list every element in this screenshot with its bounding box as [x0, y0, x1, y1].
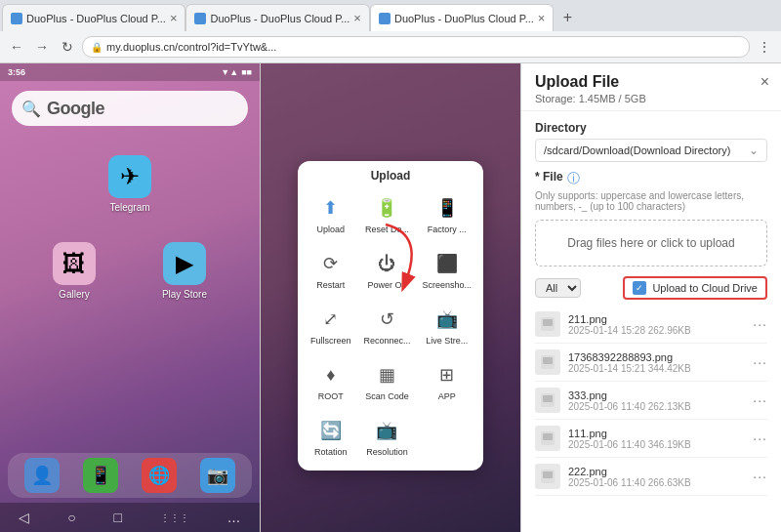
- resolution-icon: 📺: [373, 417, 400, 444]
- file-meta: 2025-01-06 11:40 346.19KB: [568, 439, 745, 450]
- tab-1[interactable]: DuoPlus - DuoPlus Cloud P... ×: [2, 4, 185, 31]
- file-row[interactable]: 111.png 2025-01-06 11:40 346.19KB ···: [535, 420, 767, 458]
- tab-close-3[interactable]: ×: [538, 12, 546, 24]
- storage-info: Storage: 1.45MB / 5GB: [535, 93, 767, 104]
- file-help-icon[interactable]: ⓘ: [567, 170, 580, 187]
- file-more-button[interactable]: ···: [753, 354, 767, 370]
- address-bar[interactable]: 🔒 my.duoplus.cn/control?id=TvYtw&...: [82, 36, 750, 58]
- menu-item-factory[interactable]: 📱 Factory ...: [418, 188, 475, 240]
- tab-title-3: DuoPlus - DuoPlus Cloud P...: [394, 13, 534, 24]
- screenshot-icon: ⬛: [433, 250, 461, 277]
- recents-nav-icon[interactable]: □: [114, 510, 122, 525]
- file-row[interactable]: 333.png 2025-01-06 11:40 262.13KB ···: [535, 382, 767, 420]
- file-thumbnail: [535, 388, 560, 413]
- home-nav-icon[interactable]: ○: [67, 510, 75, 525]
- menu-item-rotation[interactable]: 🔄 Rotation: [306, 411, 355, 463]
- refresh-button[interactable]: ↻: [57, 36, 78, 58]
- menu-item-fullscreen[interactable]: ⤢ Fullscreen: [306, 300, 355, 351]
- gallery-icon: 🖼: [53, 242, 96, 285]
- file-row[interactable]: 17368392288893.png 2025-01-14 15:21 344.…: [535, 344, 767, 382]
- screenshot-item-label: Screensho...: [422, 280, 472, 290]
- restart-item-label: Restart: [316, 280, 345, 290]
- poweroff-item-label: Power Off: [368, 280, 407, 290]
- android-app-telegram[interactable]: ✈ Telegram: [108, 155, 151, 213]
- reset-item-label: Reset De...: [365, 225, 409, 234]
- tab-title-2: DuoPlus - DuoPlus Cloud P...: [210, 13, 349, 24]
- back-button[interactable]: ←: [6, 36, 27, 58]
- resolution-item-label: Resolution: [366, 447, 408, 457]
- tab-3[interactable]: DuoPlus - DuoPlus Cloud P... ×: [370, 4, 554, 31]
- file-name: 17368392288893.png: [568, 351, 745, 363]
- menu-item-resolution[interactable]: 📺 Resolution: [359, 411, 414, 463]
- toolbar: ← → ↻ 🔒 my.duoplus.cn/control?id=TvYtw&.…: [0, 31, 781, 62]
- telegram-icon: ✈: [108, 155, 151, 198]
- google-logo: Google: [47, 99, 104, 119]
- browser-chrome: DuoPlus - DuoPlus Cloud P... × DuoPlus -…: [0, 0, 781, 63]
- menu-item-poweroff[interactable]: ⏻ Power Off: [359, 244, 414, 296]
- file-hint-text: Only supports: uppercase and lowercase l…: [535, 190, 767, 212]
- svg-rect-6: [543, 395, 553, 402]
- upload-dialog-title: Upload File: [535, 73, 767, 91]
- file-info: 211.png 2025-01-14 15:28 262.96KB: [568, 313, 745, 336]
- dock-icon-camera[interactable]: 📷: [200, 458, 235, 493]
- tab-close-2[interactable]: ×: [353, 12, 361, 24]
- reconnect-icon: ↺: [373, 306, 400, 333]
- battery-icon: ■■: [241, 67, 252, 77]
- drop-zone-text: Drag files here or click to upload: [567, 236, 734, 250]
- address-text: my.duoplus.cn/control?id=TvYtw&...: [106, 41, 276, 53]
- file-row[interactable]: 211.png 2025-01-14 15:28 262.96KB ···: [535, 306, 767, 344]
- android-navbar: ◁ ○ □ ⋮⋮⋮ …: [0, 503, 260, 532]
- more-nav-icon[interactable]: …: [227, 510, 241, 525]
- cloud-drive-checkbox[interactable]: ✓: [633, 281, 646, 295]
- menu-item-root[interactable]: ♦ ROOT: [306, 355, 355, 407]
- svg-rect-10: [543, 471, 553, 478]
- menu-item-reset[interactable]: 🔋 Reset De...: [359, 188, 414, 240]
- livestream-item-label: Live Stre...: [426, 336, 468, 346]
- menu-item-screenshot[interactable]: ⬛ Screensho...: [418, 244, 475, 296]
- menu-item-livestream[interactable]: 📺 Live Stre...: [418, 300, 475, 351]
- drop-zone[interactable]: Drag files here or click to upload: [535, 220, 767, 266]
- upload-context-menu: Upload ⬆ Upload 🔋 Reset De... 📱 Factory …: [298, 161, 483, 471]
- android-app-gallery[interactable]: 🖼 Gallery: [53, 242, 96, 300]
- new-tab-button[interactable]: +: [554, 4, 581, 31]
- cloud-drive-checkbox-row: ✓ Upload to Cloud Drive: [623, 276, 767, 300]
- file-thumbnail: [535, 464, 560, 489]
- playstore-label: Play Store: [162, 289, 207, 300]
- rotation-item-label: Rotation: [314, 447, 348, 457]
- dock-icon-browser[interactable]: 🌐: [142, 458, 177, 493]
- dock-icon-phone[interactable]: 📱: [83, 458, 118, 493]
- forward-button[interactable]: →: [31, 36, 53, 58]
- panel-android-1: 3:56 ▼▲ ■■ 🔍 Google ✈ Telegram 🖼 Ga: [0, 63, 261, 532]
- file-more-button[interactable]: ···: [753, 316, 767, 332]
- filter-select[interactable]: All: [535, 278, 581, 298]
- dock-icon-contacts[interactable]: 👤: [24, 458, 60, 493]
- back-nav-icon[interactable]: ◁: [19, 510, 29, 525]
- android-app-playstore[interactable]: ▶ Play Store: [162, 242, 207, 300]
- file-info: 17368392288893.png 2025-01-14 15:21 344.…: [568, 351, 745, 374]
- file-more-button[interactable]: ···: [753, 392, 767, 408]
- app-item-label: APP: [438, 391, 456, 401]
- file-meta: 2025-01-06 11:40 262.13KB: [568, 401, 745, 412]
- file-more-button[interactable]: ···: [753, 469, 767, 484]
- upload-dialog-body: Directory /sdcard/Download(Download Dire…: [521, 111, 781, 532]
- menu-item-app[interactable]: ⊞ APP: [418, 355, 475, 407]
- menu-item-reconnect[interactable]: ↺ Reconnec...: [359, 300, 414, 351]
- menu-item-restart[interactable]: ⟳ Restart: [306, 244, 355, 296]
- panel-upload-menu: Upload ⬆ Upload 🔋 Reset De... 📱 Factory …: [261, 63, 521, 532]
- menu-item-scancode[interactable]: ▦ Scan Code: [359, 355, 414, 407]
- dialog-close-button[interactable]: ×: [760, 73, 769, 91]
- reset-icon: 🔋: [373, 194, 400, 222]
- menu-item-upload[interactable]: ⬆ Upload: [306, 188, 355, 240]
- apps-nav-icon[interactable]: ⋮⋮⋮: [160, 512, 189, 523]
- scancode-item-label: Scan Code: [365, 391, 409, 401]
- file-row[interactable]: 222.png 2025-01-06 11:40 266.63KB ···: [535, 458, 767, 496]
- file-thumbnail: [535, 349, 560, 375]
- file-more-button[interactable]: ···: [753, 430, 767, 446]
- tab-close-1[interactable]: ×: [170, 12, 178, 24]
- tab-2[interactable]: DuoPlus - DuoPlus Cloud P... ×: [185, 4, 369, 31]
- android-search-bar[interactable]: 🔍 Google: [12, 91, 248, 126]
- directory-selector[interactable]: /sdcard/Download(Download Directory) ⌄: [535, 139, 767, 162]
- file-thumbnail: [535, 426, 560, 451]
- menu-button[interactable]: ⋮: [754, 36, 775, 58]
- upload-file-dialog: Upload File Storage: 1.45MB / 5GB × Dire…: [521, 63, 781, 532]
